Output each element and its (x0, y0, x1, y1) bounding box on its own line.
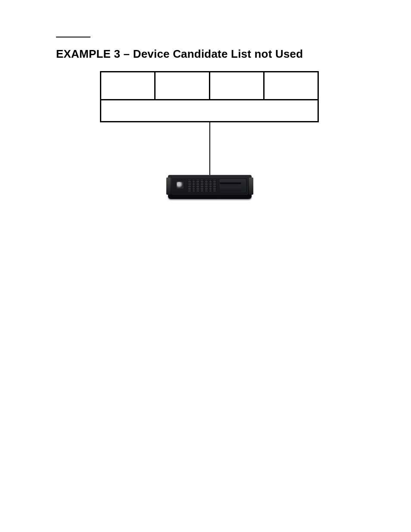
connector-line (209, 121, 210, 175)
candidate-table (100, 71, 319, 122)
page: EXAMPLE 3 – Device Candidate List not Us… (0, 0, 411, 532)
table-cell (101, 72, 156, 99)
table-cell (156, 72, 210, 99)
page-title: EXAMPLE 3 – Device Candidate List not Us… (56, 47, 303, 61)
table-cell (265, 72, 318, 99)
table-row (100, 100, 319, 122)
table-cell (210, 72, 265, 99)
table-row (100, 71, 319, 100)
server-device-icon (168, 175, 252, 199)
divider-top (56, 37, 90, 37)
